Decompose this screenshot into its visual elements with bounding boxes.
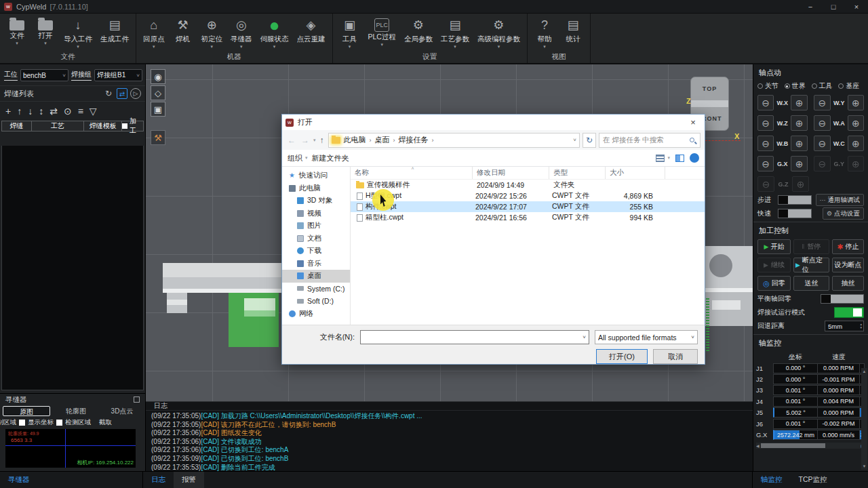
- jog-plus-button[interactable]: ⊕: [848, 136, 864, 151]
- refresh-icon[interactable]: ↻: [103, 88, 114, 99]
- jog-plus-button[interactable]: ⊕: [791, 95, 807, 110]
- filename-input[interactable]: ˅: [360, 330, 589, 344]
- jog-plus-button[interactable]: ⊕: [848, 115, 864, 131]
- breadcrumb-this-pc[interactable]: 此电脑: [344, 135, 366, 145]
- jog-plus-button[interactable]: ⊕: [848, 95, 864, 110]
- cancel-button[interactable]: 取消: [653, 349, 698, 364]
- jog-plus-button[interactable]: ⊕: [791, 156, 807, 171]
- statistics-button[interactable]: ▤ 统计: [563, 16, 583, 52]
- jog-minus-button[interactable]: ⊖: [814, 136, 830, 151]
- tab-log[interactable]: 日志: [143, 472, 174, 488]
- column-header-type[interactable]: 类型: [549, 167, 606, 179]
- scroll-down-icon[interactable]: ▼: [863, 464, 867, 468]
- new-folder-button[interactable]: 新建文件夹: [312, 153, 349, 163]
- sidebar-item-quick-access[interactable]: ★快速访问: [282, 169, 350, 182]
- jog-minus-button[interactable]: ⊖: [757, 115, 774, 131]
- fit-view-icon[interactable]: ◉: [151, 69, 165, 84]
- mode-world[interactable]: 世界: [785, 81, 810, 91]
- generate-workpiece-button[interactable]: ▤ 生成工件: [100, 16, 129, 52]
- sidebar-item-documents[interactable]: 文档: [282, 232, 350, 245]
- address-dropdown-icon[interactable]: ˅: [573, 137, 576, 143]
- file-button[interactable]: 文件 ▾: [7, 16, 27, 52]
- close-button[interactable]: ×: [845, 0, 868, 13]
- jog-minus-button[interactable]: ⊖: [814, 95, 830, 110]
- mode-tool[interactable]: 工具: [812, 81, 837, 91]
- file-row[interactable]: 箱型柱.cwpt 2024/9/21 16:56 CWPT 文件 994 KB: [351, 212, 705, 223]
- sidebar-item-3d-objects[interactable]: 3D 对象: [282, 195, 350, 207]
- show-coords-checkbox[interactable]: [19, 420, 25, 426]
- set-breakpoint-button[interactable]: 设为断点: [832, 258, 864, 272]
- rapid-slider[interactable]: [778, 209, 812, 218]
- help-icon[interactable]: □: [690, 153, 699, 163]
- initial-position-button[interactable]: ⊕ 初定位 ▾: [201, 16, 223, 52]
- move-bottom-button[interactable]: ↓: [28, 106, 33, 117]
- renumber-button[interactable]: ⇄: [50, 106, 58, 117]
- weld-group-dropdown[interactable]: 焊接组B1 ˅: [94, 69, 142, 81]
- jog-plus-button[interactable]: ⊕: [791, 136, 807, 151]
- back-icon[interactable]: ←: [286, 136, 297, 145]
- column-header-size[interactable]: 大小: [606, 167, 665, 179]
- tab-tcp-monitor[interactable]: TCP监控: [791, 472, 835, 488]
- add-seam-button[interactable]: +: [5, 106, 11, 117]
- expand-icon[interactable]: [134, 396, 140, 403]
- home-origin-button[interactable]: ⌂ 回原点 ▾: [143, 16, 165, 52]
- jog-minus-button[interactable]: ⊖: [757, 95, 774, 110]
- sidebar-item-this-pc[interactable]: 此电脑: [282, 182, 350, 195]
- column-header-seam[interactable]: 焊缝: [1, 121, 32, 131]
- help-button[interactable]: ? 帮助 ▾: [534, 16, 555, 52]
- horizontal-scrollbar[interactable]: ◀ ▶: [756, 443, 864, 449]
- vertical-scrollbar[interactable]: ▲ ▼: [861, 368, 867, 470]
- section-view-icon[interactable]: ▣: [151, 102, 165, 117]
- spin-down-icon[interactable]: ▾: [860, 326, 862, 329]
- wire-retract-button[interactable]: 抽丝: [832, 276, 864, 291]
- sidebar-item-videos[interactable]: 视频: [282, 207, 350, 220]
- retract-distance-spinner[interactable]: 5mm ▴▾: [825, 321, 864, 331]
- minimize-button[interactable]: −: [799, 0, 822, 13]
- open-confirm-button[interactable]: 打开(O): [596, 349, 648, 364]
- scroll-left-icon[interactable]: ◀: [756, 443, 760, 448]
- column-header-machining[interactable]: 加工: [122, 121, 144, 131]
- sidebar-item-soft-d[interactable]: Soft (D:): [282, 295, 350, 308]
- process-params-button[interactable]: ▤ 工艺参数 ▾: [441, 16, 469, 52]
- mode-joint[interactable]: 关节: [757, 81, 783, 91]
- sidebar-item-network[interactable]: 网络: [282, 308, 350, 321]
- jog-minus-button[interactable]: ⊖: [757, 136, 774, 151]
- torch-icon[interactable]: ⚒: [151, 130, 165, 145]
- log-body[interactable]: (09/22 17:35:05)[CAD] 加载刀路 C:\\Users\\Ad…: [146, 411, 753, 472]
- filetype-select[interactable]: All supported file formats ˅: [595, 330, 698, 344]
- file-row[interactable]: H型钢.cwpt 2024/9/22 15:26 CWPT 文件 4,869 K…: [351, 190, 705, 201]
- column-header-name[interactable]: 名称˄: [351, 167, 473, 179]
- capture-button[interactable]: 截取: [99, 418, 112, 427]
- start-button[interactable]: ▶开始: [757, 239, 791, 254]
- organize-menu[interactable]: 组织 ▾: [288, 153, 308, 163]
- jog-settings-button[interactable]: ⚙ 点动设置: [823, 207, 864, 220]
- history-chevron-icon[interactable]: ▾: [313, 138, 316, 143]
- file-row[interactable]: 宣传视频样件 2024/9/9 14:49 文件夹: [351, 180, 705, 190]
- iso-view-icon[interactable]: ◇: [151, 85, 165, 100]
- scrollbar-thumb[interactable]: [761, 443, 825, 448]
- jog-minus-button[interactable]: ⊖: [757, 156, 774, 171]
- levels-filter-button[interactable]: ≡: [78, 106, 83, 117]
- pointcloud-rebuild-button[interactable]: ◈ 点云重建: [297, 16, 326, 52]
- step-slider[interactable]: [778, 195, 812, 205]
- station-dropdown[interactable]: benchB ˅: [20, 69, 68, 81]
- nut-settings-button[interactable]: ⊙: [64, 106, 72, 117]
- wire-feed-button[interactable]: 送丝: [793, 276, 829, 291]
- stop-button[interactable]: ✱停止: [832, 239, 864, 254]
- search-icon[interactable]: [690, 138, 694, 142]
- tab-3d-pointcloud[interactable]: 3D点云: [99, 406, 145, 416]
- view-mode-button[interactable]: ▾: [656, 155, 670, 162]
- mode-base[interactable]: 基座: [838, 81, 864, 91]
- jog-plus-button[interactable]: ⊕: [791, 115, 807, 131]
- breadcrumb-desktop[interactable]: 桌面: [375, 135, 390, 145]
- camera-view[interactable]: 轮廓质量: 49.9 6563 3.3 相机IP: 169.254.10.222: [5, 429, 136, 468]
- generic-axis-debug-button[interactable]: ··· 通用轴调试: [816, 194, 865, 206]
- file-row-selected[interactable]: 构件.cwpt 2024/9/22 17:07 CWPT 文件 255 KB: [351, 201, 705, 212]
- column-header-template[interactable]: 焊缝模板: [84, 121, 122, 131]
- seam-list-body[interactable]: [1, 146, 144, 390]
- search-box[interactable]: 在 焊接任务 中搜索: [599, 133, 701, 148]
- preview-pane-icon[interactable]: [675, 155, 684, 162]
- sidebar-item-system-c[interactable]: System (C:): [282, 283, 350, 296]
- tools-button[interactable]: ▣ 工具 ▾: [340, 16, 360, 52]
- home-button[interactable]: ◎回零: [757, 276, 791, 291]
